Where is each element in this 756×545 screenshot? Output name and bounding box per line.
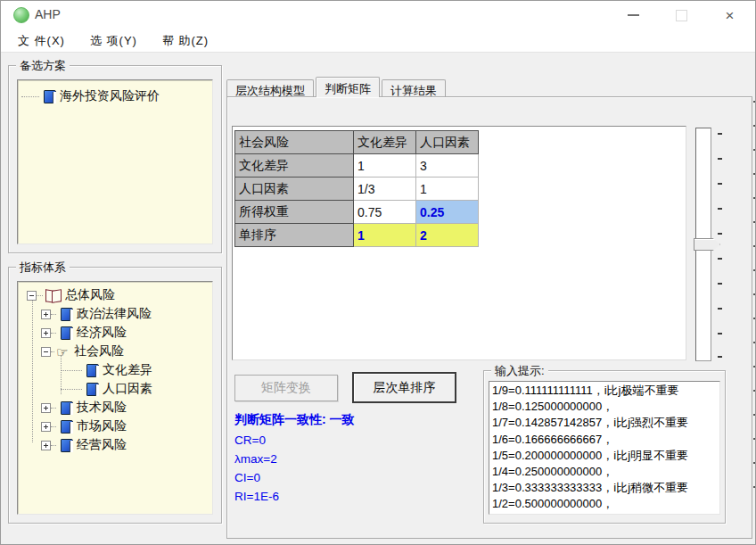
tree-connector [51, 445, 56, 446]
alternatives-groupbox: 备选方案 海外投资风险评价 [8, 65, 222, 253]
collapse-icon[interactable] [27, 291, 37, 301]
tree-item-label: 经营风险 [77, 437, 127, 453]
table-row: 人口因素 1/3 1 [235, 178, 479, 201]
hint-line[interactable]: 1/6=0.166666666667， [492, 432, 717, 448]
tab-hierarchy-model[interactable]: 层次结构模型 [226, 79, 314, 96]
tree-item-selected[interactable]: ☞ 社会风险 [41, 343, 124, 360]
table-row: 社会风险 文化差异 人口因素 [235, 131, 479, 154]
menu-help[interactable]: 帮 助(Z) [154, 30, 217, 52]
tree-item[interactable]: 经济风险 [41, 324, 127, 342]
input-hints-listbox[interactable]: 1/9=0.111111111111，i比j极端不重要 1/8=0.125000… [489, 381, 720, 515]
tab-judgment-matrix[interactable]: 判断矩阵 [316, 77, 380, 97]
matrix-row-header: 所得权重 [235, 201, 354, 224]
matrix-corner-cell: 社会风险 [235, 131, 354, 154]
tree-connector [61, 370, 82, 371]
hint-line[interactable]: 1/3=0.333333333333，i比j稍微不重要 [492, 480, 717, 496]
hint-line[interactable]: 1/5=0.200000000000，i比j明显不重要 [492, 448, 717, 464]
window-title: AHP [35, 7, 61, 21]
tree-item[interactable]: 政治法律风险 [41, 305, 152, 323]
book-icon [86, 364, 99, 377]
matrix-col-header: 人口因素 [416, 131, 479, 154]
book-icon [86, 383, 99, 396]
alternatives-tree[interactable]: 海外投资风险评价 [17, 79, 213, 244]
trackbar-thumb[interactable] [694, 238, 720, 251]
hierarchy-rank-button[interactable]: 层次单排序 [352, 372, 456, 403]
matrix-cell[interactable]: 3 [416, 154, 479, 178]
indicators-tree[interactable]: 总体风险 政治法律风险 经济风险 ☞ 社会风险 [17, 281, 213, 515]
matrix-weight-cell[interactable]: 0.75 [354, 201, 416, 224]
expand-icon[interactable] [41, 310, 51, 319]
indicators-groupbox: 指标体系 总体风险 政治法律风险 经济风险 [8, 267, 222, 524]
hint-line[interactable]: 1/4=0.250000000000， [492, 464, 717, 480]
input-hints-title: 输入提示: [491, 363, 548, 379]
trackbar-tick [718, 208, 722, 210]
open-book-icon [45, 289, 62, 301]
matrix-grid: 社会风险 文化差异 人口因素 文化差异 1 3 人口因素 1/3 1 所得权重 … [232, 126, 686, 360]
trackbar-tick [718, 133, 722, 135]
ci-value: CI=0 [234, 468, 355, 487]
vertical-trackbar [691, 126, 725, 365]
hint-line[interactable]: 1/9=0.111111111111，i比j极端不重要 [492, 383, 717, 399]
tree-item-label: 技术风险 [77, 400, 127, 416]
matrix-weight-cell-highlighted[interactable]: 0.25 [416, 201, 479, 224]
ri-value: RI=1E-6 [234, 487, 355, 506]
tree-item[interactable]: 人口因素 [61, 380, 152, 398]
tree-vline [32, 298, 33, 442]
tree-item-label: 市场风险 [77, 418, 127, 434]
book-icon [61, 326, 73, 340]
book-icon [61, 439, 73, 452]
tree-connector [51, 314, 56, 315]
tree-item[interactable]: 文化差异 [61, 361, 152, 379]
trackbar-tick [718, 308, 722, 310]
cr-value: CR=0 [234, 431, 355, 450]
consistency-result: 判断矩阵一致性: 一致 CR=0 λmax=2 CI=0 RI=1E-6 [234, 412, 355, 506]
tree-item[interactable]: 经营风险 [41, 436, 127, 454]
tree-item[interactable]: 市场风险 [41, 417, 127, 435]
judgment-matrix-table: 社会风险 文化差异 人口因素 文化差异 1 3 人口因素 1/3 1 所得权重 … [234, 130, 479, 247]
maximize-button[interactable] [662, 1, 702, 29]
table-row: 所得权重 0.75 0.25 [235, 201, 479, 224]
trackbar-tick [718, 233, 722, 235]
matrix-rank-cell[interactable]: 1 [354, 224, 416, 247]
expand-icon[interactable] [41, 328, 51, 338]
matrix-cell[interactable]: 1/3 [354, 178, 416, 201]
book-icon [61, 308, 73, 321]
matrix-transform-button[interactable]: 矩阵变换 [234, 375, 338, 401]
hint-line[interactable]: 1/2=0.500000000000， [492, 496, 717, 512]
tree-item-label: 海外投资风险评价 [60, 88, 160, 104]
table-row: 文化差异 1 3 [235, 154, 479, 178]
menu-options[interactable]: 选 项(Y) [82, 30, 145, 52]
matrix-rank-cell[interactable]: 2 [416, 224, 479, 247]
input-hints-groupbox: 输入提示: 1/9=0.111111111111，i比j极端不重要 1/8=0.… [483, 370, 726, 524]
book-icon [44, 90, 56, 103]
hint-line[interactable]: 1/7=0.142857142857，i比j强烈不重要 [492, 415, 717, 431]
tree-connector [51, 351, 54, 352]
tree-item-label: 经济风险 [77, 325, 127, 341]
matrix-row-header: 文化差异 [235, 154, 354, 178]
trackbar-tick [718, 356, 722, 358]
tree-item-alternative[interactable]: 海外投资风险评价 [21, 87, 160, 105]
tree-connector [37, 295, 43, 296]
app-icon [13, 7, 29, 23]
matrix-col-header: 文化差异 [354, 131, 416, 154]
table-row: 单排序 1 2 [235, 224, 479, 247]
book-icon [61, 401, 73, 415]
matrix-cell[interactable]: 1 [416, 178, 479, 201]
expand-icon[interactable] [41, 422, 51, 432]
tree-item-root[interactable]: 总体风险 [27, 286, 115, 304]
alternatives-group-title: 备选方案 [16, 58, 70, 74]
expand-icon[interactable] [41, 403, 51, 413]
close-button[interactable]: × [710, 1, 750, 29]
indicators-group-title: 指标体系 [16, 260, 70, 276]
collapse-icon[interactable] [41, 347, 51, 357]
hint-line[interactable]: 1/8=0.125000000000， [492, 399, 717, 415]
consistency-heading: 判断矩阵一致性: 一致 [234, 412, 355, 428]
trackbar-tick [718, 258, 722, 260]
trackbar-tick [718, 283, 722, 285]
minimize-button[interactable] [613, 1, 653, 29]
tree-item[interactable]: 技术风险 [41, 399, 127, 417]
tab-calc-result[interactable]: 计算结果 [382, 79, 446, 96]
menu-file[interactable]: 文 件(X) [10, 30, 73, 52]
matrix-cell[interactable]: 1 [354, 154, 416, 178]
expand-icon[interactable] [41, 441, 51, 450]
